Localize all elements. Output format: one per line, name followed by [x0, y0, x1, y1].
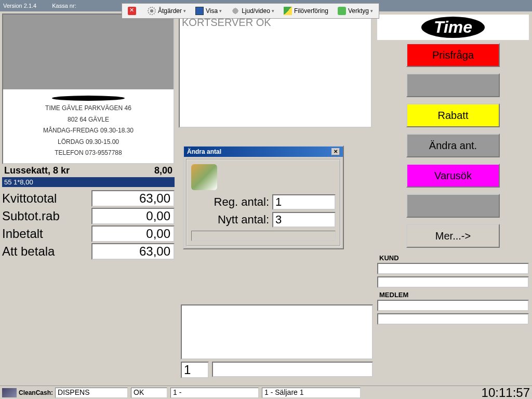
receipt-zip: 802 64 GÄVLE: [7, 114, 169, 126]
puzzle-icon: [338, 7, 346, 15]
inbetalt-label: Inbetalt: [2, 227, 43, 241]
medlem-label: MEDLEM: [379, 291, 529, 299]
close-icon: [128, 7, 136, 15]
cleancash-label: CleanCash:: [19, 389, 53, 396]
show-menu[interactable]: Visa▾: [191, 5, 227, 17]
version-label: Version 2.1.4: [3, 3, 36, 9]
subtot-label: Subtot.rab: [2, 209, 60, 223]
att-label: Att betala: [2, 244, 55, 259]
prisfraga-button[interactable]: Prisfråga: [406, 43, 500, 67]
filetransfer-button[interactable]: Filöverföring: [279, 5, 333, 17]
cleancash-icon: [2, 388, 17, 397]
ok-status: OK: [131, 388, 167, 398]
seller-field: 1 - Säljare 1: [262, 388, 361, 398]
receipt-preview: TIME GÄVLE PARKVÄGEN 46 802 64 GÄVLE MÅN…: [2, 14, 175, 164]
varusok-button[interactable]: Varusök: [406, 164, 500, 188]
chevron-down-icon: ▾: [183, 8, 186, 14]
chevron-down-icon: ▾: [370, 8, 373, 14]
rabatt-button[interactable]: Rabatt: [406, 103, 500, 127]
statusbar: CleanCash: DISPENS OK 1 - 1 - Säljare 1 …: [0, 385, 532, 399]
andra-antal-button[interactable]: Ändra ant.: [406, 134, 500, 157]
mer-button[interactable]: Mer...->: [406, 224, 500, 248]
subtot-value: 0,00: [91, 208, 175, 224]
receipt-paper: TIME GÄVLE PARKVÄGEN 46 802 64 GÄVLE MÅN…: [3, 89, 174, 163]
nytt-antal-label: Nytt antal:: [191, 213, 269, 227]
item-price: 8,00: [154, 165, 172, 176]
grey-button-1[interactable]: [406, 73, 500, 97]
att-value: 63,00: [91, 243, 175, 260]
inbetalt-value: 0,00: [91, 225, 175, 242]
av-menu[interactable]: Ljud/video▾: [227, 5, 279, 17]
screen-icon: [195, 7, 204, 15]
dialog-close-button[interactable]: ✕: [331, 148, 340, 155]
file-icon: [284, 7, 292, 15]
receipt-phone: TELEFON 073-9557788: [7, 148, 169, 159]
money-icon: [191, 164, 217, 190]
item-name: Lussekatt, 8 kr: [4, 165, 70, 176]
close-button[interactable]: [123, 5, 143, 17]
kvitto-value: 63,00: [91, 190, 175, 207]
gear-icon: [148, 7, 156, 15]
kund-label: KUND: [379, 254, 529, 262]
dialog-title: Ändra antal: [187, 148, 221, 155]
item-line: Lussekatt, 8 kr 8,00: [2, 164, 175, 177]
receipt-logo: [52, 96, 125, 101]
chevron-down-icon: ▾: [219, 8, 222, 14]
reg-antal-value: 1: [272, 194, 336, 210]
mid-input-2[interactable]: [212, 362, 373, 377]
kund-field-2[interactable]: [377, 276, 529, 288]
actions-menu[interactable]: Åtgärder▾: [143, 5, 191, 17]
tools-menu[interactable]: Verktyg▾: [333, 5, 378, 17]
receipt-hours2: LÖRDAG 09.30-15.00: [7, 137, 169, 148]
item-subline[interactable]: 55 1*8,00: [2, 177, 175, 187]
quantity-input[interactable]: 1: [181, 362, 209, 378]
medlem-field-1[interactable]: [377, 300, 529, 311]
nytt-antal-input[interactable]: 3: [272, 212, 336, 228]
dialog-status-field: [191, 231, 336, 241]
clock: 10:11:57: [482, 385, 530, 400]
kvitto-label: Kvittototal: [2, 191, 57, 206]
remote-toolbar: Åtgärder▾ Visa▾ Ljud/video▾ Filöverförin…: [122, 3, 379, 19]
grey-button-2[interactable]: [406, 194, 500, 218]
chevron-down-icon: ▾: [272, 8, 274, 14]
medlem-field-2[interactable]: [377, 313, 529, 325]
mid-blank-area: [181, 304, 373, 360]
reg-antal-label: Reg. antal:: [191, 195, 269, 209]
sound-icon: [231, 7, 240, 15]
receipt-store: TIME GÄVLE PARKVÄGEN 46: [7, 103, 169, 114]
time-logo: Time: [377, 15, 529, 40]
status-field-1: 1 -: [170, 388, 259, 398]
receipt-hours1: MÅNDAG-FREDAG 09.30-18.30: [7, 125, 169, 137]
kund-field-1[interactable]: [377, 263, 529, 274]
cleancash-status: DISPENS: [55, 388, 128, 398]
kassa-label: Kassa nr:: [52, 3, 76, 9]
kortserver-status: KORTSERVER OK: [179, 14, 372, 128]
andra-antal-dialog: Ändra antal ✕ Reg. antal: 1 Nytt antal: …: [183, 145, 344, 249]
